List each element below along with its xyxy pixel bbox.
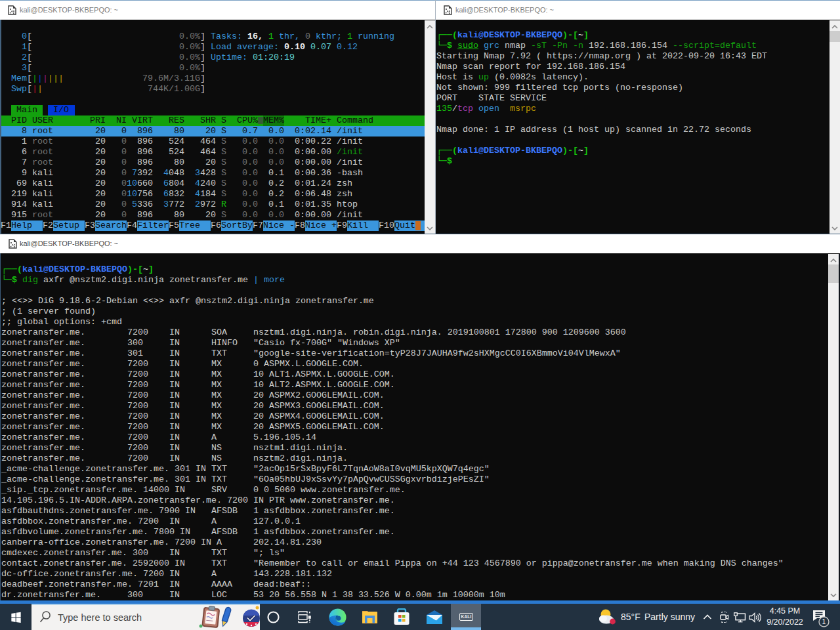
svg-text:1: 1: [822, 618, 826, 625]
